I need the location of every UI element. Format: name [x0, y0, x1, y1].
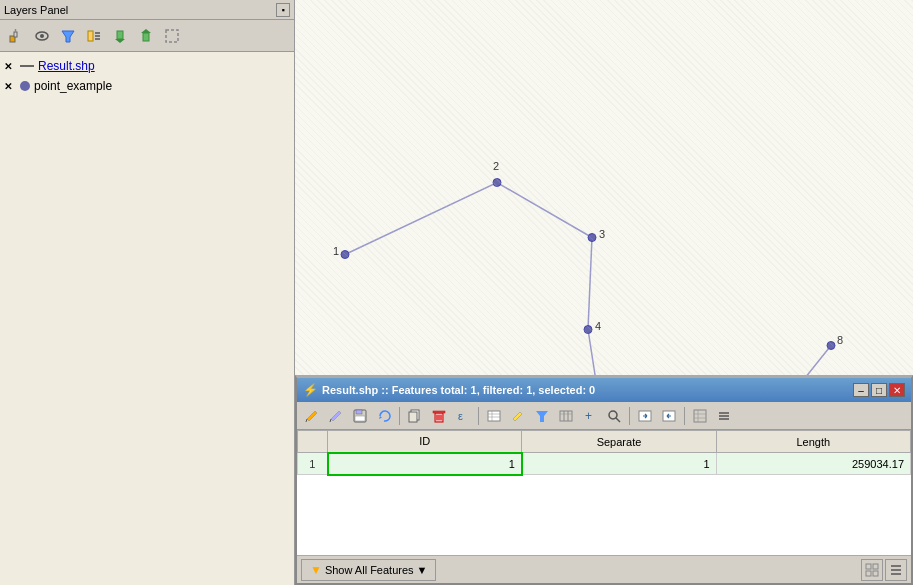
attr-toolbar-sep4 — [684, 407, 685, 425]
layer-visibility-point[interactable]: ✕ — [4, 81, 16, 92]
attr-toolbar-export-icon[interactable] — [634, 405, 656, 427]
svg-rect-50 — [866, 564, 871, 569]
attr-toolbar-copy-icon[interactable] — [404, 405, 426, 427]
col-header-rownum — [298, 431, 328, 453]
show-all-features-button[interactable]: ▼ Show All Features ▼ — [301, 559, 436, 581]
show-features-filter-icon: ▼ — [310, 563, 322, 577]
bottom-list-icon[interactable] — [885, 559, 907, 581]
table-row: 1 1 1 259034.17 — [298, 453, 911, 475]
layers-toolbar — [0, 20, 294, 52]
layers-content: ✕ Result.shp ✕ point_example — [0, 52, 294, 585]
svg-marker-5 — [62, 31, 74, 42]
layers-toolbar-up-icon[interactable] — [134, 24, 158, 48]
attr-table-title-icon: ⚡ — [303, 383, 318, 397]
svg-rect-6 — [88, 31, 93, 41]
attr-toolbar-import-icon[interactable] — [658, 405, 680, 427]
svg-rect-51 — [873, 564, 878, 569]
attr-table-bottom-bar: ▼ Show All Features ▼ — [297, 555, 911, 583]
svg-marker-33 — [536, 411, 548, 422]
svg-rect-13 — [143, 33, 149, 41]
attr-toolbar-list-icon[interactable] — [483, 405, 505, 427]
show-features-arrow: ▼ — [417, 564, 428, 576]
attr-table-minimize-button[interactable]: – — [853, 383, 869, 397]
attr-table-titlebar: ⚡ Result.shp :: Features total: 1, filte… — [297, 378, 911, 402]
attr-toolbar-refresh-icon[interactable] — [373, 405, 395, 427]
table-header-row: ID Separate Length — [298, 431, 911, 453]
svg-rect-24 — [433, 411, 445, 413]
svg-rect-52 — [866, 571, 871, 576]
attr-table-close-button[interactable]: ✕ — [889, 383, 905, 397]
layers-panel-title: Layers Panel — [4, 4, 68, 16]
attr-toolbar-save-icon[interactable] — [349, 405, 371, 427]
svg-point-4 — [40, 34, 44, 38]
canvas-area: 1 2 3 4 5 6 7 8 ⚡ Result.shp :: Features… — [295, 0, 913, 585]
layers-toolbar-down-icon[interactable] — [108, 24, 132, 48]
attr-toolbar-edit-icon[interactable] — [301, 405, 323, 427]
attr-toolbar-menu-icon[interactable] — [713, 405, 735, 427]
col-header-separate[interactable]: Separate — [522, 431, 716, 453]
attr-toolbar-zoom-icon[interactable] — [603, 405, 625, 427]
attr-toolbar-sep1 — [399, 407, 400, 425]
svg-rect-14 — [166, 30, 178, 42]
bottom-right-buttons — [861, 559, 907, 581]
col-header-id[interactable]: ID — [328, 431, 522, 453]
svg-line-40 — [616, 418, 620, 422]
attr-toolbar-pin-icon[interactable]: + — [579, 405, 601, 427]
svg-rect-43 — [694, 410, 706, 422]
attr-table-window-buttons: – □ ✕ — [853, 383, 905, 397]
svg-rect-53 — [873, 571, 878, 576]
attr-toolbar-delete-icon[interactable] — [428, 405, 450, 427]
svg-marker-11 — [115, 39, 125, 43]
attr-table-panel: ⚡ Result.shp :: Features total: 1, filte… — [295, 375, 913, 585]
svg-rect-29 — [488, 411, 500, 421]
attr-toolbar-columns-icon[interactable] — [555, 405, 577, 427]
show-features-label: Show All Features — [325, 564, 414, 576]
col-header-length[interactable]: Length — [716, 431, 910, 453]
attr-toolbar-sep3 — [629, 407, 630, 425]
layer-label-point: point_example — [34, 79, 112, 93]
layers-panel-titlebar: Layers Panel ▪ — [0, 0, 294, 20]
layer-label-result[interactable]: Result.shp — [38, 59, 95, 73]
cell-separate-1[interactable]: 1 — [522, 453, 716, 475]
main-container: Layers Panel ▪ — [0, 0, 913, 585]
attr-toolbar-table2-icon[interactable] — [689, 405, 711, 427]
attr-toolbar-expr-icon[interactable]: ε — [452, 405, 474, 427]
panel-close-button[interactable]: ▪ — [276, 3, 290, 17]
svg-point-39 — [609, 411, 617, 419]
cell-length-1[interactable]: 259034.17 — [716, 453, 910, 475]
layer-icon-point — [20, 81, 30, 91]
layer-item-result: ✕ Result.shp — [2, 56, 292, 76]
svg-rect-19 — [355, 416, 365, 421]
attr-toolbar-sep2 — [478, 407, 479, 425]
svg-rect-34 — [560, 411, 572, 421]
svg-rect-10 — [117, 31, 123, 39]
svg-text:+: + — [585, 409, 592, 423]
svg-line-15 — [306, 419, 307, 422]
layers-toolbar-box-icon[interactable] — [160, 24, 184, 48]
layers-toolbar-list-icon[interactable] — [82, 24, 106, 48]
attr-toolbar-edit3-icon[interactable] — [507, 405, 529, 427]
bottom-grid-icon[interactable] — [861, 559, 883, 581]
layer-dash-result — [20, 65, 34, 67]
svg-text:ε: ε — [458, 410, 463, 422]
attr-table-title-group: ⚡ Result.shp :: Features total: 1, filte… — [303, 383, 595, 397]
cell-rownum-1: 1 — [298, 453, 328, 475]
attr-table-maximize-button[interactable]: □ — [871, 383, 887, 397]
cell-id-1[interactable]: 1 — [328, 453, 522, 475]
svg-rect-1 — [14, 32, 17, 37]
attr-table-toolbar: ε + — [297, 402, 911, 430]
svg-rect-22 — [409, 412, 417, 422]
layers-toolbar-paint-icon[interactable] — [4, 24, 28, 48]
attr-table-title-text: Result.shp :: Features total: 1, filtere… — [322, 384, 595, 396]
layers-toolbar-eye-icon[interactable] — [30, 24, 54, 48]
attr-toolbar-edit2-icon[interactable] — [325, 405, 347, 427]
svg-line-16 — [330, 419, 331, 422]
layers-panel: Layers Panel ▪ — [0, 0, 295, 585]
layers-toolbar-filter-icon[interactable] — [56, 24, 80, 48]
svg-marker-12 — [141, 29, 151, 33]
svg-rect-18 — [356, 410, 362, 414]
attr-table-content: ID Separate Length 1 1 1 259034.17 — [297, 430, 911, 555]
attr-toolbar-filter-icon[interactable] — [531, 405, 553, 427]
layer-visibility-result[interactable]: ✕ — [4, 61, 16, 72]
attribute-table: ID Separate Length 1 1 1 259034.17 — [297, 430, 911, 476]
